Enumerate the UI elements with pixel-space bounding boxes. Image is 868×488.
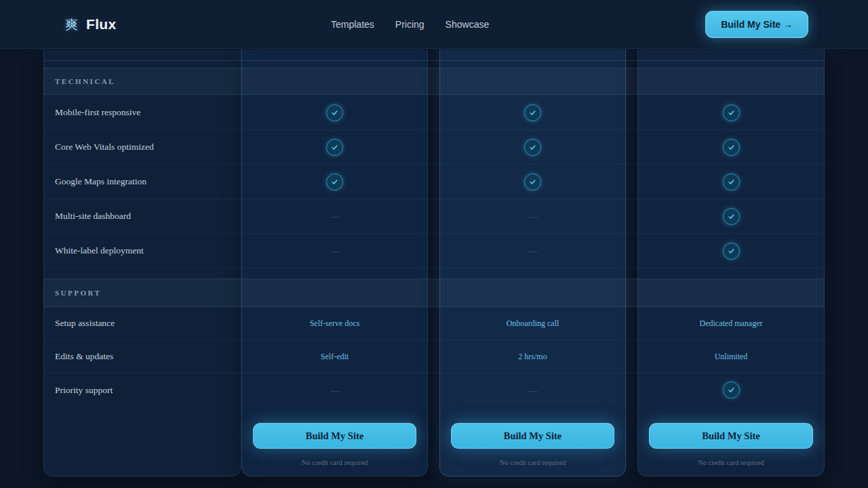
no-credit-card-note: No credit card required (637, 457, 825, 468)
check-icon (723, 208, 740, 225)
check-icon (723, 243, 740, 260)
dash-icon: — (529, 245, 537, 256)
check-icon (723, 382, 740, 399)
section-title: SUPPORT (43, 289, 101, 297)
check-icon (326, 174, 343, 190)
build-my-site-button-plan2[interactable]: Build My Site (451, 423, 614, 449)
no-credit-card-note: No credit card required (241, 457, 428, 468)
dash-icon: — (331, 245, 339, 256)
plan-value: Dedicated manager (700, 319, 763, 329)
check-icon (326, 139, 343, 156)
section-title: TECHNICAL (43, 77, 115, 85)
brand-name: Flux (86, 16, 116, 33)
build-my-site-nav-button[interactable]: Build My Site → (705, 11, 808, 38)
brand-logo[interactable]: 爽 Flux (65, 0, 116, 49)
feature-label: Mobile-first responsive (55, 107, 140, 118)
check-icon (524, 104, 541, 121)
nav-links: Templates Pricing Showcase (331, 0, 489, 49)
feature-label: Multi-site dashboard (55, 211, 131, 222)
plan-value: Onboarding call (507, 319, 559, 329)
dash-icon: — (331, 385, 339, 396)
check-icon (326, 104, 343, 121)
feature-label: Core Web Vitals optimized (55, 142, 154, 152)
check-icon (524, 174, 541, 190)
dash-icon: — (529, 385, 537, 396)
build-my-site-button-plan3[interactable]: Build My Site (649, 423, 813, 449)
build-my-site-button-plan1[interactable]: Build My Site (253, 423, 416, 449)
feature-label: Priority support (55, 385, 113, 396)
table-row: Priority support — — (43, 373, 825, 407)
nav-link-pricing[interactable]: Pricing (395, 19, 425, 30)
plan-comparison-table: TECHNICAL Mobile-first responsive Core W… (43, 49, 825, 476)
nav-link-showcase[interactable]: Showcase (446, 19, 490, 30)
table-row: Multi-site dashboard — — (43, 199, 825, 234)
nav-link-templates[interactable]: Templates (331, 19, 374, 30)
row-divider (43, 60, 825, 61)
top-nav: 爽 Flux Templates Pricing Showcase Build … (0, 0, 868, 49)
table-row: Mobile-first responsive (43, 96, 825, 130)
check-icon (524, 139, 541, 156)
feature-label: Edits & updates (55, 351, 113, 362)
dash-icon: — (331, 211, 339, 222)
section-header-support: SUPPORT (43, 279, 825, 307)
plan-value: Self-serve docs (310, 319, 360, 329)
check-icon (723, 139, 740, 156)
table-row: White-label deployment — — (43, 234, 825, 268)
plan-value: Unlimited (715, 352, 748, 362)
table-row: Google Maps integration (43, 165, 825, 199)
table-row: Edits & updates Self-edit 2 hrs/mo Unlim… (43, 340, 825, 373)
section-header-technical: TECHNICAL (43, 68, 825, 95)
feature-label: Google Maps integration (55, 176, 146, 187)
feature-label: Setup assistance (55, 318, 115, 329)
check-icon (723, 174, 740, 190)
table-row: Core Web Vitals optimized (43, 130, 825, 165)
feature-label: White-label deployment (55, 245, 144, 256)
no-credit-card-note: No credit card required (439, 457, 626, 468)
table-row: Setup assistance Self-serve docs Onboard… (43, 307, 825, 340)
plan-value: 2 hrs/mo (518, 352, 547, 362)
check-icon (723, 104, 740, 121)
dash-icon: — (529, 211, 537, 222)
plan-value: Self-edit (321, 352, 349, 362)
flux-logo-icon: 爽 (65, 18, 78, 31)
